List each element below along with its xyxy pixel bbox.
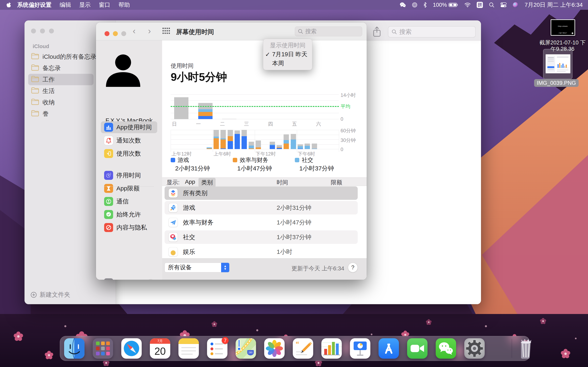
week-tick-5: 五 xyxy=(292,121,297,127)
category-row-4[interactable]: 娱乐1小时 xyxy=(164,245,358,259)
sidebar-item-content-privacy[interactable]: 内容与隐私 xyxy=(101,222,157,234)
control-center-icon[interactable] xyxy=(501,2,507,8)
share-icon[interactable] xyxy=(372,26,381,38)
menu-bar-clock[interactable]: 7月20日 周二 上午6:34 xyxy=(525,1,583,9)
zoom-icon[interactable] xyxy=(49,29,54,33)
notes-search-input[interactable]: 搜索 xyxy=(388,26,476,38)
sidebar-item-app-usage[interactable]: App使用时间 xyxy=(101,121,157,133)
back-button[interactable]: ‹ xyxy=(133,26,136,36)
dock-item-numbers[interactable] xyxy=(321,338,342,359)
menu-item-this-week[interactable]: 本周 xyxy=(263,59,312,68)
running-indicator xyxy=(131,364,132,365)
legend-total-0: 2小时31分钟 xyxy=(175,164,210,173)
hourly-chart-x-labels: 上午12时上午6时下午12时下午6时 xyxy=(171,151,339,157)
dock-divider xyxy=(512,339,512,358)
notes-folder-selected[interactable]: 工作 xyxy=(28,74,94,85)
hour-bar-4 xyxy=(199,130,205,149)
sidebar-item-options[interactable]: •••选项1 xyxy=(101,277,157,280)
week-tick-3: 三 xyxy=(244,121,249,127)
menu-item-yesterday[interactable]: ✓ 7月19日 昨天 xyxy=(263,50,312,59)
new-folder-button[interactable]: 新建文件夹 xyxy=(31,291,70,299)
app-menus: 系统偏好设置编辑显示窗口帮助 xyxy=(13,1,134,9)
desktop-file-image-thumbnail[interactable] xyxy=(545,54,571,73)
week-tick-6: 六 xyxy=(316,121,321,127)
week-tick-2: 二 xyxy=(220,121,225,127)
notifications-icon xyxy=(104,136,113,145)
dock-item-notes[interactable] xyxy=(178,338,199,359)
dock-item-sysprefs[interactable] xyxy=(464,338,485,359)
screen-time-sidebar: F.X.Y.'s MacBook Pro App使用时间通知次数使用次数停用时间… xyxy=(96,40,162,280)
sidebar-item-downtime[interactable]: 停用时间 xyxy=(101,169,157,181)
dock-item-reminders[interactable]: 7 xyxy=(207,338,227,359)
input-method-status-icon[interactable]: 拼 xyxy=(477,2,483,8)
column-time: 时间 xyxy=(277,179,288,186)
legend-total-1: 1小时47分钟 xyxy=(237,164,272,173)
menu-item-4[interactable]: 帮助 xyxy=(114,1,134,9)
close-icon[interactable] xyxy=(31,29,36,33)
hour-bar-15 xyxy=(277,130,282,149)
dock-item-pages[interactable]: “ xyxy=(293,338,313,359)
help-button[interactable]: ? xyxy=(348,263,358,272)
dock-item-keynote[interactable] xyxy=(350,338,370,359)
menu-item-1[interactable]: 编辑 xyxy=(56,1,75,9)
zoom-icon[interactable] xyxy=(121,31,126,36)
dock-item-appstore[interactable] xyxy=(379,338,399,359)
category-table: 所有类别游戏2小时31分钟效率与财务1小时47分钟社交1小时37分钟娱乐1小时 xyxy=(162,186,367,259)
bluetooth-status-icon[interactable] xyxy=(424,2,427,8)
dock-item-facetime[interactable] xyxy=(407,338,428,359)
sidebar-item-always-allowed[interactable]: 始终允许 xyxy=(101,209,157,220)
legend-swatch xyxy=(171,158,175,162)
sidebar-item-app-limits[interactable]: App限额 xyxy=(101,183,157,194)
spotlight-search-icon[interactable] xyxy=(489,2,494,8)
minimize-icon[interactable] xyxy=(40,29,45,33)
device-filter-select[interactable]: 所有设备 ▲▼ xyxy=(164,263,229,272)
siri-status-icon[interactable] xyxy=(513,2,518,8)
dock-item-photos[interactable] xyxy=(264,338,285,359)
category-row-1[interactable]: 游戏2小时31分钟 xyxy=(164,201,358,215)
battery-status[interactable]: 100% xyxy=(433,2,458,8)
dock-item-safari[interactable] xyxy=(121,338,142,359)
sidebar-item-pickups[interactable]: 使用次数 xyxy=(101,148,157,159)
menu-item-0[interactable]: 系统偏好设置 xyxy=(13,1,56,9)
close-icon[interactable] xyxy=(104,31,109,36)
usage-label: 使用时间 xyxy=(171,62,194,70)
dock-item-maps[interactable]: 280 xyxy=(236,338,256,359)
search-icon xyxy=(298,29,303,34)
screen-time-window[interactable]: ‹ › 屏幕使用时间 搜索 F.X.Y.'s MacBook Pro App使用… xyxy=(96,22,367,280)
dock-item-launchpad[interactable] xyxy=(93,338,113,359)
category-table-header: 显示: App 类别 时间 限额 xyxy=(162,177,367,186)
segment-app[interactable]: App xyxy=(185,179,195,185)
desktop-file-image-label[interactable]: IMG_0039.PNG xyxy=(534,79,579,87)
folder-icon xyxy=(31,64,39,72)
sidebar-item-communication[interactable]: 通信 xyxy=(101,196,157,207)
minimize-icon[interactable] xyxy=(113,31,118,36)
games-cat-icon xyxy=(169,203,178,212)
hour-bar-3 xyxy=(192,130,198,149)
dock-item-calendar[interactable]: 7月20 xyxy=(150,338,170,359)
show-all-grid-icon[interactable] xyxy=(163,28,171,35)
category-row-3[interactable]: 社交1小时37分钟 xyxy=(164,230,358,244)
sidebar-item-notifications[interactable]: 通知次数 xyxy=(101,134,157,146)
category-row-0[interactable]: 所有类别 xyxy=(164,186,358,200)
productivity-cat-icon xyxy=(169,218,178,227)
hour-bar-0 xyxy=(172,130,177,149)
menu-item-2[interactable]: 显示 xyxy=(75,1,95,9)
desktop-file-screenshot-thumbnail[interactable]: Only a dream. 只是个梦罢了 xyxy=(551,19,575,36)
apple-menu-icon[interactable] xyxy=(6,2,11,8)
hour-bar-22 xyxy=(326,130,331,149)
hour-bar-8 xyxy=(228,130,233,149)
wechat-status-icon[interactable] xyxy=(400,2,406,8)
dock-item-wechat[interactable] xyxy=(436,338,456,359)
category-row-2[interactable]: 效率与财务1小时47分钟 xyxy=(164,216,358,229)
show-label: 显示: xyxy=(167,179,180,186)
screen-mirroring-status-icon[interactable] xyxy=(412,2,417,8)
clipped-cat-icon xyxy=(169,247,178,256)
dock-item-finder[interactable] xyxy=(64,338,85,359)
forward-button[interactable]: › xyxy=(148,26,151,36)
wifi-status-icon[interactable] xyxy=(465,2,471,7)
y-tick: 0 xyxy=(341,147,343,152)
notes-section-header: iCloud xyxy=(33,43,49,50)
screen-time-search-input[interactable]: 搜索 xyxy=(295,26,362,36)
dock-item-trash[interactable] xyxy=(516,338,536,359)
menu-item-3[interactable]: 窗口 xyxy=(95,1,114,9)
